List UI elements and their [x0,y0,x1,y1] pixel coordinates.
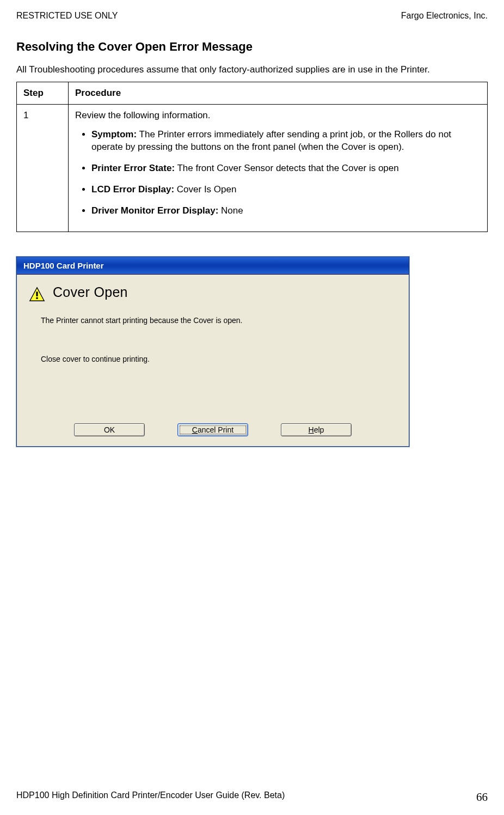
header-left: RESTRICTED USE ONLY [16,11,118,21]
col-step: Step [17,82,69,104]
list-item: Driver Monitor Error Display: None [91,205,481,217]
bullet-label: Symptom: [91,129,137,139]
bullet-text: Cover Is Open [174,184,236,194]
dialog-screenshot: HDP100 Card Printer Cover Open The Print… [16,257,488,447]
bullet-text: The Printer errors immediately after sen… [91,129,451,152]
step-number: 1 [17,104,69,232]
bullet-label: LCD Error Display: [91,184,174,194]
help-accel: H [309,425,314,434]
dialog-window: HDP100 Card Printer Cover Open The Print… [16,257,409,447]
page-header: RESTRICTED USE ONLY Fargo Electronics, I… [16,11,488,21]
col-procedure: Procedure [69,82,488,104]
bullet-label: Printer Error State: [91,163,175,173]
dialog-button-row: OK Cancel Print Help [29,423,397,436]
bullet-text: None [218,205,243,216]
table-header-row: Step Procedure [17,82,488,104]
procedure-bullets: Symptom: The Printer errors immediately … [75,129,481,217]
svg-rect-2 [36,297,38,299]
help-button[interactable]: Help [281,423,352,436]
list-item: LCD Error Display: Cover Is Open [91,184,481,196]
bullet-text: The front Cover Sensor detects that the … [175,163,399,173]
dialog-titlebar: HDP100 Card Printer [17,257,409,275]
dialog-line2: Close cover to continue printing. [41,355,397,363]
ok-button[interactable]: OK [74,423,145,436]
dialog-message: The Printer cannot start printing becaus… [41,316,397,363]
warning-icon [29,287,45,303]
steps-table: Step Procedure 1 Review the following in… [16,82,488,232]
intro-text: All Troubleshooting procedures assume th… [16,64,488,76]
list-item: Symptom: The Printer errors immediately … [91,129,481,154]
procedure-lead: Review the following information. [75,110,481,121]
bullet-label: Driver Monitor Error Display: [91,205,218,216]
header-right: Fargo Electronics, Inc. [401,11,488,21]
list-item: Printer Error State: The front Cover Sen… [91,162,481,175]
dialog-heading-row: Cover Open [29,284,397,303]
dialog-line1: The Printer cannot start printing becaus… [41,316,397,325]
cancel-print-rest: ancel Print [198,425,233,434]
dialog-body: Cover Open The Printer cannot start prin… [17,275,409,446]
help-rest: elp [314,425,324,434]
cancel-print-button[interactable]: Cancel Print [177,423,248,436]
section-title: Resolving the Cover Open Error Message [16,40,488,54]
cancel-print-accel: C [192,425,198,434]
table-row: 1 Review the following information. Symp… [17,104,488,232]
svg-rect-1 [36,291,38,296]
dialog-heading: Cover Open [53,284,128,300]
procedure-cell: Review the following information. Sympto… [69,104,488,232]
